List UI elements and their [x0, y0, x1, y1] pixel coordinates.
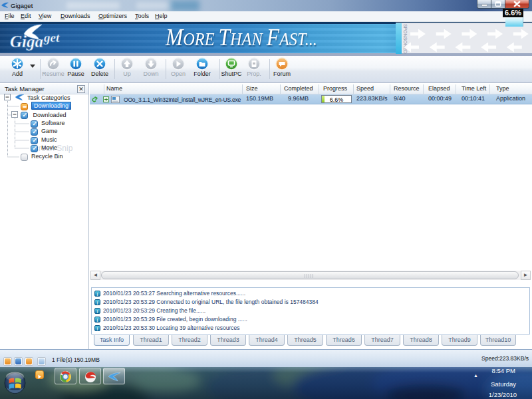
- svg-text:get: get: [43, 31, 60, 45]
- svg-text:Giga: Giga: [10, 33, 43, 51]
